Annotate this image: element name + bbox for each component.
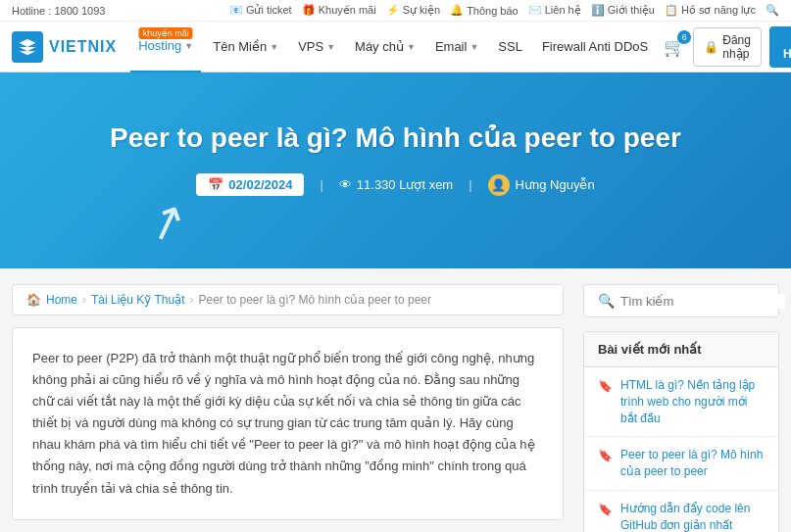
- topbar-notify[interactable]: 🔔 Thông báo: [450, 4, 519, 17]
- search-input[interactable]: [620, 294, 785, 309]
- hero-views: 👁 11.330 Lượt xem: [339, 177, 453, 192]
- nav-hosting[interactable]: khuyến mãi Hosting ▼: [130, 22, 201, 73]
- breadcrumb-home[interactable]: Home: [46, 293, 77, 307]
- bookmark-icon-1: 🔖: [598, 379, 613, 393]
- topbar-about[interactable]: ℹ️ Giới thiệu: [591, 4, 655, 17]
- ten-mien-arrow-icon: ▼: [270, 42, 278, 52]
- recent-item: 🔖 Peer to peer là gì? Mô hình của peer t…: [584, 437, 778, 491]
- sidebar-search-box: 🔍: [583, 284, 779, 317]
- recent-link-3[interactable]: Hướng dẫn đẩy code lên GitHub đơn giản n…: [620, 501, 765, 532]
- eye-icon: 👁: [339, 177, 352, 192]
- nav-ssl[interactable]: SSL: [490, 22, 530, 73]
- article-content: Peer to peer (P2P) đã trở thành một thuậ…: [12, 327, 564, 520]
- meta-separator-1: |: [320, 177, 322, 192]
- login-button[interactable]: 🔒 Đăng nhập: [693, 27, 762, 67]
- nav-right: 🛒 6 🔒 Đăng nhập Mua Hosting: [664, 26, 791, 68]
- recent-link-1[interactable]: HTML là gì? Nền tảng lập trình web cho n…: [620, 377, 765, 426]
- logo[interactable]: VIETNIX: [12, 31, 117, 63]
- hero-date: 📅 02/02/2024: [196, 173, 304, 196]
- calendar-icon: 📅: [208, 177, 223, 192]
- topbar-contact[interactable]: ✉️ Liên hệ: [528, 4, 581, 17]
- left-column: 🏠 Home › Tài Liệu Kỹ Thuật › Peer to pee…: [12, 284, 564, 532]
- hero-title: Peer to peer là gì? Mô hình của peer to …: [20, 121, 771, 154]
- topbar-links: 📧 Gửi ticket 🎁 Khuyến mãi ⚡ Sự kiện 🔔 Th…: [229, 4, 779, 17]
- nav-firewall[interactable]: Firewall Anti DDoS: [534, 22, 656, 73]
- buy-hosting-button[interactable]: Mua Hosting: [769, 26, 791, 68]
- cart-badge: 6: [677, 30, 691, 44]
- navbar: VIETNIX khuyến mãi Hosting ▼ Tên Miền ▼ …: [0, 22, 791, 73]
- logo-icon: [12, 31, 43, 63]
- avatar: 👤: [488, 174, 510, 196]
- home-icon: 🏠: [26, 293, 41, 307]
- topbar-portfolio[interactable]: 📋 Hồ sơ năng lực: [665, 4, 756, 17]
- arrow-decoration: ↗: [139, 189, 195, 254]
- article-text: Peer to peer (P2P) đã trở thành một thuậ…: [32, 348, 543, 500]
- bookmark-icon-2: 🔖: [598, 449, 613, 462]
- topbar-ticket[interactable]: 📧 Gửi ticket: [229, 4, 292, 17]
- breadcrumb-sep-2: ›: [190, 293, 194, 307]
- lock-icon: 🔒: [704, 40, 718, 54]
- recent-posts: Bài viết mới nhất 🔖 HTML là gì? Nền tảng…: [583, 331, 779, 532]
- breadcrumb-current: Peer to peer là gì? Mô hình của peer to …: [199, 293, 431, 307]
- hero-author: 👤 Hưng Nguyễn: [488, 174, 595, 196]
- topbar: Hotline : 1800 1093 📧 Gửi ticket 🎁 Khuyế…: [0, 0, 791, 22]
- vps-arrow-icon: ▼: [326, 42, 335, 52]
- recent-link-2[interactable]: Peer to peer là gì? Mô hình của peer to …: [620, 447, 765, 480]
- nav-vps[interactable]: VPS ▼: [290, 22, 343, 73]
- recent-item: 🔖 HTML là gì? Nền tảng lập trình web cho…: [584, 367, 778, 437]
- hero-meta: 📅 02/02/2024 | 👁 11.330 Lượt xem | 👤 Hưn…: [20, 173, 771, 196]
- hero-section: Peer to peer là gì? Mô hình của peer to …: [0, 73, 791, 268]
- cart-button[interactable]: 🛒 6: [664, 36, 685, 58]
- breadcrumb-sep-1: ›: [82, 293, 86, 307]
- nav-ten-mien[interactable]: Tên Miền ▼: [205, 22, 286, 73]
- topbar-event[interactable]: ⚡ Sự kiện: [386, 4, 440, 17]
- hotline: Hotline : 1800 1093: [12, 5, 105, 17]
- nav-may-chu[interactable]: Máy chủ ▼: [347, 22, 423, 73]
- breadcrumb-category[interactable]: Tài Liệu Kỹ Thuật: [91, 293, 184, 307]
- hosting-badge: khuyến mãi: [139, 27, 193, 39]
- topbar-search-icon[interactable]: 🔍: [766, 4, 779, 17]
- bookmark-icon-3: 🔖: [598, 503, 613, 516]
- main-wrap: 🏠 Home › Tài Liệu Kỹ Thuật › Peer to pee…: [0, 268, 791, 532]
- logo-text: VIETNIX: [49, 38, 117, 56]
- email-arrow-icon: ▼: [470, 42, 478, 52]
- hosting-arrow-icon: ▼: [184, 41, 193, 51]
- may-chu-arrow-icon: ▼: [407, 42, 416, 52]
- right-column: 🔍 Bài viết mới nhất 🔖 HTML là gì? Nền tả…: [583, 284, 779, 532]
- breadcrumb: 🏠 Home › Tài Liệu Kỹ Thuật › Peer to pee…: [12, 284, 564, 315]
- nav-email[interactable]: Email ▼: [427, 22, 486, 73]
- topbar-promo[interactable]: 🎁 Khuyến mãi: [302, 4, 376, 17]
- search-icon: 🔍: [598, 293, 615, 309]
- meta-separator-2: |: [469, 177, 471, 192]
- hotline-text: Hotline : 1800 1093: [12, 5, 105, 17]
- recent-posts-title: Bài viết mới nhất: [584, 332, 778, 367]
- recent-item: 🔖 Hướng dẫn đẩy code lên GitHub đơn giản…: [584, 491, 778, 532]
